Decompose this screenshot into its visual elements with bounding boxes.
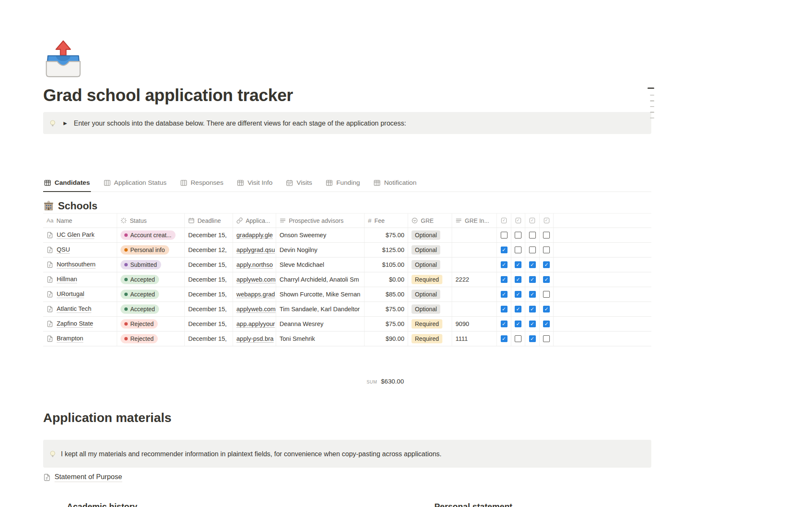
checkbox[interactable] bbox=[543, 321, 550, 327]
cell-deadline[interactable]: December 15, bbox=[185, 272, 233, 287]
cell-status[interactable]: Rejected bbox=[117, 317, 185, 331]
checkbox[interactable] bbox=[515, 247, 521, 253]
cell-fee[interactable]: $90.00 bbox=[365, 332, 408, 346]
cell-checkbox-4[interactable] bbox=[540, 332, 554, 346]
cell-application-url[interactable]: applyweb.com bbox=[233, 272, 276, 287]
cell-gre[interactable]: Required bbox=[408, 317, 452, 331]
cell-fee[interactable]: $125.00 bbox=[365, 243, 408, 257]
cell-gre-info[interactable] bbox=[452, 302, 497, 316]
cell-checkbox-2[interactable] bbox=[511, 243, 525, 257]
column-header-fee[interactable]: #Fee bbox=[365, 214, 408, 227]
cell-checkbox-4[interactable] bbox=[540, 243, 554, 257]
column-header-application[interactable]: Applica... bbox=[233, 214, 276, 227]
checkbox[interactable] bbox=[543, 232, 550, 238]
cell-advisors[interactable]: Shown Furcotte, Mike Sernan bbox=[276, 287, 365, 301]
checkbox[interactable] bbox=[543, 291, 550, 298]
cell-advisors[interactable]: Devin Nogilny bbox=[276, 243, 365, 257]
checkbox[interactable] bbox=[501, 261, 508, 268]
checkbox[interactable] bbox=[529, 321, 536, 327]
checkbox[interactable] bbox=[501, 291, 508, 298]
cell-name[interactable]: Brampton bbox=[43, 332, 117, 346]
cell-name[interactable]: QSU bbox=[43, 243, 117, 257]
column-header-advisors[interactable]: Prospective advisors bbox=[276, 214, 365, 227]
checkbox[interactable] bbox=[501, 276, 508, 283]
cell-gre[interactable]: Optional bbox=[408, 243, 452, 257]
column-header-checkbox-3[interactable] bbox=[525, 214, 540, 227]
cell-name[interactable]: Atlantic Tech bbox=[43, 302, 117, 316]
cell-advisors[interactable]: Sleve Mcdichael bbox=[276, 258, 365, 272]
cell-advisors[interactable]: Tim Sandaele, Karl Dandeltor bbox=[276, 302, 365, 316]
column-header-checkbox-4[interactable] bbox=[540, 214, 554, 227]
checkbox[interactable] bbox=[515, 335, 521, 342]
cell-fee[interactable]: $0.00 bbox=[365, 272, 408, 287]
cell-fee[interactable]: $75.00 bbox=[365, 317, 408, 331]
cell-checkbox-2[interactable] bbox=[511, 287, 525, 301]
cell-status[interactable]: Accepted bbox=[117, 302, 185, 316]
cell-name[interactable]: Northsouthern bbox=[43, 258, 117, 272]
checkbox[interactable] bbox=[529, 276, 536, 283]
cell-checkbox-4[interactable] bbox=[540, 258, 554, 272]
column-header-gre[interactable]: GRE bbox=[408, 214, 452, 227]
checkbox[interactable] bbox=[529, 261, 536, 268]
cell-advisors[interactable]: Onson Sweemey bbox=[276, 228, 365, 242]
checkbox[interactable] bbox=[501, 247, 508, 253]
cell-checkbox-1[interactable] bbox=[497, 302, 511, 316]
page-title[interactable]: Grad school application tracker bbox=[43, 85, 651, 105]
tab-visit-info[interactable]: Visit Info bbox=[236, 177, 273, 192]
cell-checkbox-3[interactable] bbox=[525, 302, 540, 316]
cell-checkbox-4[interactable] bbox=[540, 228, 554, 242]
table-sum-row[interactable]: SUM $630.00 bbox=[43, 378, 408, 385]
cell-deadline[interactable]: December 15, bbox=[185, 287, 233, 301]
checkbox[interactable] bbox=[529, 232, 536, 238]
column-header-gre-info[interactable]: GRE In... bbox=[452, 214, 497, 227]
checkbox[interactable] bbox=[515, 321, 521, 327]
cell-checkbox-1[interactable] bbox=[497, 272, 511, 287]
checkbox[interactable] bbox=[501, 335, 508, 342]
cell-gre[interactable]: Optional bbox=[408, 258, 452, 272]
cell-checkbox-3[interactable] bbox=[525, 332, 540, 346]
checkbox[interactable] bbox=[529, 335, 536, 342]
checkbox[interactable] bbox=[529, 247, 536, 253]
tab-funding[interactable]: Funding bbox=[325, 177, 361, 192]
cell-deadline[interactable]: December 15, bbox=[185, 258, 233, 272]
tab-candidates[interactable]: Candidates bbox=[43, 177, 91, 192]
column-header-checkbox-1[interactable] bbox=[497, 214, 511, 227]
checkbox[interactable] bbox=[543, 306, 550, 312]
cell-gre-info[interactable] bbox=[452, 243, 497, 257]
checkbox[interactable] bbox=[515, 276, 521, 283]
column-header-deadline[interactable]: Deadline bbox=[185, 214, 233, 227]
cell-checkbox-4[interactable] bbox=[540, 317, 554, 331]
checkbox[interactable] bbox=[515, 306, 521, 312]
cell-status[interactable]: Accepted bbox=[117, 272, 185, 287]
cell-status[interactable]: Account creat... bbox=[117, 228, 185, 242]
cell-status[interactable]: Rejected bbox=[117, 332, 185, 346]
cell-advisors[interactable]: Charryl Archideld, Anatoli Sm bbox=[276, 272, 365, 287]
toggle-triangle-icon[interactable]: ▶ bbox=[63, 119, 67, 128]
page-icon[interactable] bbox=[43, 39, 83, 79]
cell-checkbox-1[interactable] bbox=[497, 228, 511, 242]
tab-application-status[interactable]: Application Status bbox=[103, 177, 167, 192]
cell-gre[interactable]: Optional bbox=[408, 228, 452, 242]
cell-checkbox-3[interactable] bbox=[525, 243, 540, 257]
cell-deadline[interactable]: December 15, bbox=[185, 332, 233, 346]
cell-checkbox-2[interactable] bbox=[511, 258, 525, 272]
table-of-contents-indicator[interactable] bbox=[647, 88, 654, 118]
column-header-name[interactable]: AaName bbox=[43, 214, 117, 227]
cell-checkbox-3[interactable] bbox=[525, 287, 540, 301]
cell-gre[interactable]: Optional bbox=[408, 302, 452, 316]
cell-checkbox-2[interactable] bbox=[511, 272, 525, 287]
cell-name[interactable]: UC Glen Park bbox=[43, 228, 117, 242]
cell-fee[interactable]: $75.00 bbox=[365, 302, 408, 316]
tab-responses[interactable]: Responses bbox=[179, 177, 225, 192]
checkbox[interactable] bbox=[515, 291, 521, 298]
cell-checkbox-3[interactable] bbox=[525, 272, 540, 287]
cell-gre-info[interactable]: 9090 bbox=[452, 317, 497, 331]
cell-gre[interactable]: Required bbox=[408, 272, 452, 287]
tab-visits[interactable]: Visits bbox=[285, 177, 313, 192]
checkbox[interactable] bbox=[515, 232, 521, 238]
checkbox[interactable] bbox=[543, 247, 550, 253]
cell-gre-info[interactable] bbox=[452, 287, 497, 301]
cell-gre-info[interactable]: 1111 bbox=[452, 332, 497, 346]
cell-name[interactable]: Hillman bbox=[43, 272, 117, 287]
checkbox[interactable] bbox=[501, 306, 508, 312]
